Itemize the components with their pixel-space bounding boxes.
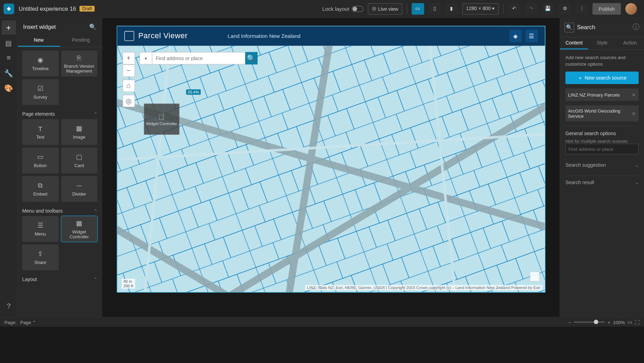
section-page-elements[interactable]: Page elements⌃ (22, 108, 97, 119)
device-tablet-button[interactable]: ▯ (429, 3, 441, 14)
search-icon[interactable]: 🔍 (89, 23, 96, 30)
hint-input[interactable] (565, 144, 638, 155)
search-source-dropdown[interactable]: ▾ (139, 52, 152, 65)
zoom-in-button[interactable]: + (122, 52, 135, 65)
device-desktop-button[interactable]: ▭ (412, 3, 424, 14)
info-icon[interactable]: ⓘ (633, 23, 639, 32)
map-search-input[interactable] (152, 52, 245, 65)
scale-bar: 40 m 200 ft (121, 279, 135, 289)
plus-icon: ＋ (578, 75, 583, 81)
experience-title[interactable]: Untitled experience 16 (19, 5, 76, 12)
chevron-up-icon: ⌃ (94, 112, 97, 116)
widget-branch-version-management[interactable]: ⎘Branch Version Management (61, 51, 97, 76)
config-panel: 🔍 Search ⓘ Content Style Action Add new … (560, 18, 644, 317)
dots-icon: ⋮ (579, 6, 584, 12)
widget-embed[interactable]: ⧉Embed (22, 176, 58, 202)
gear-icon: ⚙ (563, 6, 567, 12)
list-icon: ☰ (529, 33, 534, 39)
live-view-button[interactable]: ◎ Live view (368, 3, 402, 14)
desktop-icon: ▭ (415, 6, 420, 12)
product-logo-icon: ◈ (3, 3, 14, 14)
zoom-out-button[interactable]: − (568, 320, 571, 325)
search-source-item[interactable]: LINZ NZ Primary Parcels ✕ (565, 89, 638, 101)
redo-icon: ↷ (529, 6, 533, 12)
layers-button[interactable]: ◈ (509, 30, 522, 42)
search-result-row[interactable]: Search result ⌄ (565, 176, 638, 189)
widget-survey[interactable]: ☑Survey (22, 79, 58, 105)
search-suggestion-row[interactable]: Search suggestion ⌄ (565, 159, 638, 171)
theme-panel-button[interactable]: 🎨 (1, 81, 16, 95)
publish-button[interactable]: Publish (592, 3, 621, 14)
app-preview[interactable]: Parcel Viewer Land Information New Zeala… (117, 26, 545, 292)
home-button[interactable]: ⌂ (122, 80, 135, 92)
phone-icon: ▮ (450, 6, 453, 12)
close-icon[interactable]: ✕ (632, 92, 636, 97)
fit-icon[interactable]: ▭ (628, 319, 632, 325)
page-panel-button[interactable]: ▤ (1, 35, 16, 50)
zoom-slider[interactable] (574, 321, 605, 323)
insert-widget-button[interactable]: ＋ (1, 20, 16, 35)
share-icon: ⇪ (37, 250, 43, 258)
widget-text[interactable]: TText (22, 119, 58, 145)
zoom-in-button[interactable]: + (608, 320, 610, 325)
lock-layout-toggle[interactable]: Lock layout (322, 6, 364, 12)
page-selector[interactable]: Page ⌃ (20, 320, 36, 325)
zoom-out-button[interactable]: − (122, 65, 135, 77)
user-avatar[interactable] (625, 3, 637, 14)
fullscreen-button[interactable] (529, 272, 539, 281)
locate-button[interactable]: ◎ (122, 95, 135, 107)
widget-card[interactable]: ▢Card (61, 148, 97, 173)
zoom-percent: 100% (613, 320, 625, 325)
undo-button[interactable]: ↶ (508, 3, 520, 14)
data-panel-button[interactable]: ≡ (1, 51, 16, 65)
palette-icon: 🎨 (4, 84, 13, 92)
widget-menu[interactable]: ☰Menu (22, 216, 58, 242)
widget-share[interactable]: ⇪Share (22, 245, 58, 270)
map-search-button[interactable]: 🔍 (245, 52, 257, 65)
viewport-size-dropdown[interactable]: 1280 × 800 ▾ (462, 3, 499, 14)
wrench-icon: 🔧 (4, 69, 13, 77)
section-menu-toolbars[interactable]: Menu and toolbars⌃ (22, 205, 97, 216)
tab-new[interactable]: New (18, 35, 60, 47)
search-source-item[interactable]: ArcGIS World Geocoding Service ✕ (565, 106, 638, 122)
legend-button[interactable]: ☰ (525, 30, 538, 42)
device-phone-button[interactable]: ▮ (445, 3, 458, 14)
save-icon: 💾 (545, 6, 551, 12)
tab-action[interactable]: Action (616, 38, 644, 50)
widget-widget-controller[interactable]: ▦Widget Controller (61, 216, 97, 242)
hint-label: Hint for multiple search sources (565, 139, 638, 144)
help-button[interactable]: ? (1, 299, 16, 313)
app-logo-icon (124, 31, 134, 41)
search-icon: 🔍 (247, 54, 256, 63)
tab-content[interactable]: Content (560, 38, 588, 50)
settings-button[interactable]: ⚙ (559, 3, 571, 14)
config-description: Add new search sources and customize opt… (565, 54, 638, 67)
more-button[interactable]: ⋮ (576, 3, 588, 14)
map-marker-label: 20.4% (186, 89, 201, 94)
save-button[interactable]: 💾 (542, 3, 554, 14)
divider-icon: ─ (77, 182, 82, 189)
locate-icon: ◎ (126, 97, 132, 105)
text-icon: T (38, 125, 42, 132)
section-layout[interactable]: Layout⌃ (22, 274, 97, 284)
tab-style[interactable]: Style (588, 38, 616, 50)
new-search-source-button[interactable]: ＋ New search source (565, 72, 638, 84)
survey-icon: ☑ (37, 84, 43, 92)
widget-timeline[interactable]: ◉Timeline (22, 51, 58, 76)
map[interactable]: + − ⌂ ◎ ▾ 🔍 20.4% ⬚ Wi (117, 46, 545, 292)
app-subtitle: Land Information New Zealand (228, 33, 300, 39)
widget-button[interactable]: ▭Button (22, 148, 58, 173)
chevron-down-icon: ⌄ (635, 163, 638, 167)
toggle-icon[interactable] (352, 6, 363, 12)
placed-widget-controller[interactable]: ⬚ Widget Controller (144, 104, 179, 135)
widget-divider[interactable]: ─Divider (61, 176, 97, 202)
utility-panel-button[interactable]: 🔧 (1, 66, 16, 80)
chevron-up-icon: ⌃ (94, 208, 97, 213)
expand-icon[interactable]: ⛶ (635, 320, 639, 325)
tab-pending[interactable]: Pending (60, 35, 102, 47)
timeline-icon: ◉ (37, 56, 43, 64)
close-icon[interactable]: ✕ (632, 111, 636, 116)
redo-button[interactable]: ↷ (525, 3, 537, 14)
widget-image[interactable]: ▦Image (61, 119, 97, 145)
button-icon: ▭ (37, 153, 43, 161)
